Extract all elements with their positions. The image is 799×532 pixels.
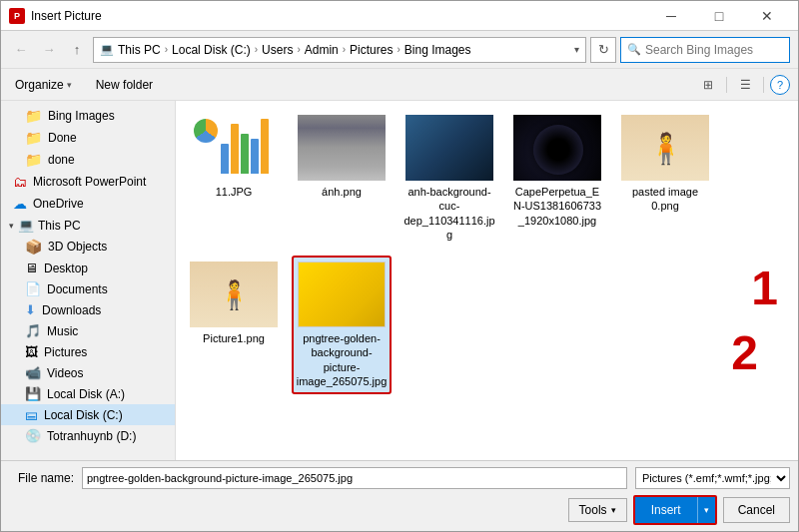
view-list-btn[interactable]: ☰ <box>733 73 757 97</box>
sidebar-item-local-disk-a[interactable]: 💾 Local Disk (A:) <box>1 383 175 404</box>
dialog-icon: P <box>9 8 25 24</box>
chart-bar-4 <box>251 139 259 174</box>
filename-input[interactable] <box>82 467 627 489</box>
view-icon-btn[interactable]: ⊞ <box>696 73 720 97</box>
drive-a-icon: 💾 <box>25 386 41 401</box>
file-name-picture1: Picture1.png <box>203 331 265 345</box>
maximize-button[interactable]: □ <box>696 1 742 31</box>
file-item-anh-bg[interactable]: anh-background-cuc-dep_110341116.jpg <box>400 109 499 248</box>
music-icon: 🎵 <box>25 323 41 338</box>
sidebar-item-done2[interactable]: 📁 done <box>1 149 175 171</box>
organize-label: Organize <box>15 78 64 92</box>
bottom-bar: File name: Pictures (*.emf;*.wmf;*.jpg;*… <box>1 460 798 531</box>
search-box: 🔍 <box>620 37 790 63</box>
sidebar-item-done1[interactable]: 📁 Done <box>1 127 175 149</box>
breadcrumb-users: Users <box>262 43 293 57</box>
back-button[interactable]: ← <box>9 38 33 62</box>
pc-expand-arrow: ▾ <box>9 221 14 231</box>
organize-arrow: ▾ <box>67 80 72 90</box>
drive-d-icon: 💿 <box>25 428 41 443</box>
sidebar-item-this-pc[interactable]: ▾ 💻 This PC <box>1 215 175 236</box>
sidebar-item-label-done1: Done <box>48 131 77 145</box>
filetype-select[interactable]: Pictures (*.emf;*.wmf;*.jpg;*.j <box>635 467 790 489</box>
file-name-pasted: pasted image 0.png <box>619 185 711 214</box>
sidebar-item-label-ppt: Microsoft PowerPoint <box>33 175 146 189</box>
new-folder-button[interactable]: New folder <box>90 75 159 95</box>
videos-icon: 📹 <box>25 365 41 380</box>
sidebar-item-label-thispc: This PC <box>38 219 81 233</box>
file-item-anh-png[interactable]: ánh.png <box>292 109 392 248</box>
help-button[interactable]: ? <box>770 75 790 95</box>
breadcrumb-pictures: Pictures <box>350 43 393 57</box>
sidebar-item-label-desktop: Desktop <box>44 262 88 275</box>
forward-button[interactable]: → <box>37 38 61 62</box>
sidebar-item-powerpoint[interactable]: 🗂 Microsoft PowerPoint <box>1 171 175 193</box>
breadcrumb-admin: Admin <box>305 43 339 57</box>
sidebar-item-downloads[interactable]: ⬇ Downloads <box>1 299 175 320</box>
file-item-11jpg[interactable]: 11.JPG <box>184 109 284 248</box>
sidebar-item-music[interactable]: 🎵 Music <box>1 320 175 341</box>
file-name-anh: ánh.png <box>322 185 362 199</box>
toolbar2: Organize ▾ New folder ⊞ ☰ ? <box>1 69 798 101</box>
sidebar-item-3d-objects[interactable]: 📦 3D Objects <box>1 236 175 258</box>
folder-yellow-icon3: 📁 <box>25 152 42 168</box>
sidebar-item-label-documents: Documents <box>47 282 108 296</box>
file-name-11jpg: 11.JPG <box>216 185 253 199</box>
tools-button[interactable]: Tools ▾ <box>568 498 627 522</box>
folder-3d-icon: 📦 <box>25 239 42 255</box>
sidebar-item-label-locala: Local Disk (A:) <box>47 387 125 401</box>
onedrive-icon: ☁ <box>13 196 27 212</box>
file-thumb-picture1: 🧍 <box>190 262 278 327</box>
pictures-icon: 🖼 <box>25 344 38 359</box>
sidebar-item-totranhuynb[interactable]: 💿 Totranhuynb (D:) <box>1 425 175 446</box>
file-item-cape[interactable]: CapePerpetua_E N-US1381606733 _1920x1080… <box>507 109 607 248</box>
separator <box>726 77 727 93</box>
file-item-golden[interactable]: pngtree-golden-background-picture-image_… <box>292 256 392 394</box>
file-thumb-anh <box>298 115 386 181</box>
file-name-cape: CapePerpetua_E N-US1381606733 _1920x1080… <box>511 185 603 228</box>
file-name-golden: pngtree-golden-background-picture-image_… <box>296 331 388 388</box>
insert-button[interactable]: Insert <box>635 497 697 523</box>
breadcrumb-thispc: This PC <box>118 43 161 57</box>
chart-bar-3 <box>241 134 249 174</box>
tools-label: Tools <box>579 503 607 517</box>
search-input[interactable] <box>645 43 795 57</box>
sidebar-item-desktop[interactable]: 🖥 Desktop <box>1 258 175 278</box>
insert-dropdown-arrow[interactable]: ▾ <box>697 497 715 523</box>
file-item-pasted[interactable]: 🧍 pasted image 0.png <box>615 109 715 248</box>
sidebar: 📁 Bing Images 📁 Done 📁 done 🗂 Microsoft … <box>1 101 176 460</box>
dialog-title: Insert Picture <box>31 9 102 23</box>
breadcrumb-localdisk: Local Disk (C:) <box>172 43 251 57</box>
file-thumb-golden <box>298 262 386 327</box>
address-bar[interactable]: 💻 This PC › Local Disk (C:) › Users › Ad… <box>93 37 586 63</box>
title-bar: P Insert Picture ─ □ ✕ <box>1 1 798 31</box>
address-pc-icon: 💻 <box>100 43 114 56</box>
sidebar-item-label-music: Music <box>47 324 78 338</box>
sidebar-item-onedrive[interactable]: ☁ OneDrive <box>1 193 175 215</box>
insert-picture-dialog: P Insert Picture ─ □ ✕ ← → ↑ 💻 This PC ›… <box>0 0 799 532</box>
sidebar-item-label-videos: Videos <box>47 366 83 380</box>
sidebar-item-bing-images[interactable]: 📁 Bing Images <box>1 105 175 127</box>
refresh-button[interactable]: ↻ <box>590 37 616 63</box>
address-toolbar: ← → ↑ 💻 This PC › Local Disk (C:) › User… <box>1 31 798 69</box>
sidebar-item-label-done2: done <box>48 153 75 167</box>
chart-bar-1 <box>221 144 229 174</box>
minimize-button[interactable]: ─ <box>648 1 694 31</box>
cancel-button[interactable]: Cancel <box>723 497 790 523</box>
organize-button[interactable]: Organize ▾ <box>9 75 78 95</box>
chart-thumbnail <box>190 115 278 181</box>
sidebar-item-label: Bing Images <box>48 109 115 123</box>
up-button[interactable]: ↑ <box>65 38 89 62</box>
close-button[interactable]: ✕ <box>744 1 790 31</box>
address-dropdown-arrow[interactable]: ▾ <box>574 44 579 55</box>
sidebar-item-local-disk-c[interactable]: 🖴 Local Disk (C:) <box>1 404 175 425</box>
action-row: Tools ▾ Insert ▾ Cancel <box>9 495 790 525</box>
drive-c-icon: 🖴 <box>25 407 38 422</box>
sidebar-item-videos[interactable]: 📹 Videos <box>1 362 175 383</box>
content-wrapper: 11.JPG ánh.png anh-background-cuc-dep_11… <box>176 101 798 460</box>
sidebar-item-documents[interactable]: 📄 Documents <box>1 278 175 299</box>
sidebar-item-pictures[interactable]: 🖼 Pictures <box>1 341 175 362</box>
sidebar-item-label-pictures: Pictures <box>44 345 87 359</box>
file-item-picture1[interactable]: 🧍 Picture1.png <box>184 256 284 394</box>
sidebar-item-label-3d: 3D Objects <box>48 240 107 254</box>
